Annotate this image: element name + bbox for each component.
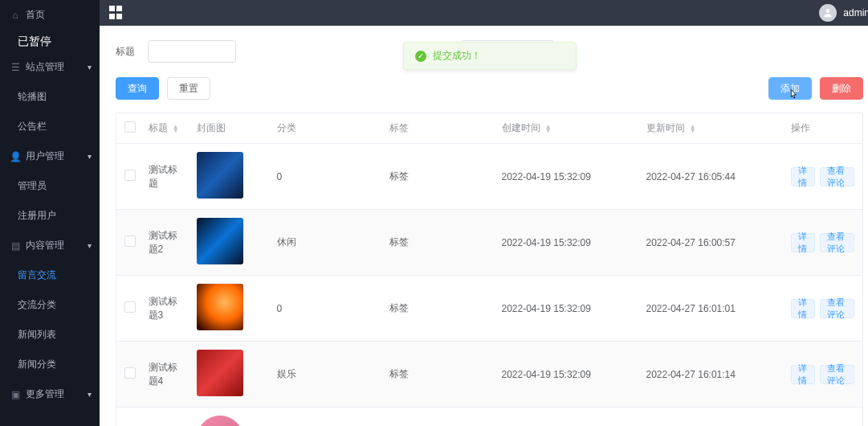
- chevron-down-icon: ▾: [88, 241, 92, 250]
- sidebar-item-exchange-category[interactable]: 交流分类: [0, 290, 100, 320]
- cell-category: 开心: [269, 408, 381, 427]
- th-cover: 封面图: [189, 113, 269, 144]
- more-icon: ▣: [10, 389, 21, 400]
- bulletin-label: 公告栏: [18, 120, 47, 133]
- news-list-label: 新闻列表: [18, 328, 56, 342]
- sidebar-item-bulletin[interactable]: 公告栏: [0, 112, 100, 141]
- check-icon: ✓: [415, 51, 426, 62]
- sidebar-item-admins[interactable]: 管理员: [0, 171, 100, 201]
- toast-text: 提交成功！: [433, 49, 481, 63]
- detail-button[interactable]: 详情: [791, 233, 816, 252]
- cell-tag: sd安抚十大: [381, 408, 494, 427]
- detail-button[interactable]: 详情: [791, 299, 816, 318]
- th-ops: 操作: [783, 113, 863, 144]
- sidebar-item-more-mgmt[interactable]: ▣ 更多管理 ▾: [0, 379, 100, 409]
- cell-category: 0: [269, 144, 381, 210]
- add-button[interactable]: 添加: [768, 77, 812, 100]
- row-checkbox[interactable]: [124, 367, 136, 379]
- cell-updated: 2022-04-27 16:05:44: [638, 144, 783, 210]
- sidebar: ⌂ 首页 已暂停 ☰ 站点管理 ▾ 轮播图 公告栏 👤 用户管理 ▾ 管理员 注…: [0, 0, 100, 426]
- comments-button[interactable]: 查看评论: [820, 233, 854, 252]
- row-checkbox[interactable]: [124, 301, 136, 313]
- avatar[interactable]: [819, 4, 837, 22]
- table-row: 测试标题2休闲标签2022-04-19 15:32:092022-04-27 1…: [116, 210, 863, 276]
- cell-title: 新闻交流: [141, 408, 189, 427]
- gear-icon: ☰: [10, 62, 21, 73]
- comments-button[interactable]: 查看评论: [820, 365, 854, 384]
- th-tag: 标签: [381, 113, 494, 144]
- sidebar-item-reg-users[interactable]: 注册用户: [0, 201, 100, 231]
- svg-point-0: [826, 9, 830, 13]
- cell-title: 测试标题: [141, 144, 189, 210]
- cell-tag: 标签: [381, 342, 494, 408]
- select-all-checkbox[interactable]: [124, 121, 136, 133]
- comments-button[interactable]: 查看评论: [820, 299, 854, 318]
- sidebar-item-carousel[interactable]: 轮播图: [0, 82, 100, 112]
- message-exchange-label: 留言交流: [18, 268, 56, 282]
- more-mgmt-label: 更多管理: [26, 387, 64, 401]
- sidebar-suspend-label: 已暂停: [0, 30, 100, 52]
- reset-button[interactable]: 重置: [167, 77, 210, 100]
- cover-thumbnail: [197, 284, 243, 330]
- cell-created: 2022-04-27 16:06:14: [494, 408, 638, 427]
- sidebar-item-user-mgmt[interactable]: 👤 用户管理 ▾: [0, 141, 100, 171]
- delete-button[interactable]: 删除: [820, 77, 863, 100]
- exchange-category-label: 交流分类: [18, 298, 56, 312]
- actions-row: 查询 重置 添加 删除: [116, 77, 863, 100]
- detail-button[interactable]: 详情: [791, 365, 816, 384]
- sort-caret-icon: ▲▼: [173, 125, 179, 133]
- sort-caret-icon: ▲▼: [545, 125, 552, 133]
- filter-title-label: 标题: [116, 45, 135, 59]
- filter-title-input[interactable]: [148, 40, 236, 63]
- row-checkbox[interactable]: [124, 170, 136, 181]
- cover-thumbnail: [197, 416, 243, 426]
- content: ✓ 提交成功！ 标题 分类 请选择 ▾ 查询 重置: [100, 26, 868, 426]
- th-updated[interactable]: 更新时间 ▲▼: [638, 113, 783, 144]
- user-mgmt-label: 用户管理: [26, 150, 64, 163]
- sidebar-item-message-exchange[interactable]: 留言交流: [0, 260, 100, 290]
- th-title[interactable]: 标题 ▲▼: [141, 113, 189, 144]
- th-created[interactable]: 创建时间 ▲▼: [494, 113, 638, 144]
- table-row: 新闻交流开心sd安抚十大2022-04-27 16:06:142022-04-2…: [116, 408, 863, 427]
- cell-updated: 2022-04-27 16:01:14: [638, 342, 783, 408]
- user-name: admin: [843, 7, 868, 18]
- menu-grid-icon[interactable]: [109, 6, 124, 20]
- sidebar-item-news-category[interactable]: 新闻分类: [0, 350, 100, 379]
- home-icon: ⌂: [10, 10, 21, 21]
- cover-thumbnail: [197, 218, 243, 264]
- cell-tag: 标签: [381, 144, 494, 210]
- search-button[interactable]: 查询: [116, 77, 159, 100]
- reg-users-label: 注册用户: [18, 209, 56, 223]
- table-row: 测试标题4娱乐标签2022-04-19 15:32:092022-04-27 1…: [116, 342, 863, 408]
- cell-created: 2022-04-19 15:32:09: [494, 144, 638, 210]
- th-category: 分类: [269, 113, 381, 144]
- cell-category: 娱乐: [269, 342, 381, 408]
- cell-updated: 2022-04-27 16:06:14: [638, 408, 783, 427]
- sidebar-item-content-mgmt[interactable]: ▤ 内容管理 ▾: [0, 231, 100, 260]
- cover-thumbnail: [197, 152, 243, 199]
- cell-created: 2022-04-19 15:32:09: [494, 276, 638, 342]
- cell-created: 2022-04-19 15:32:09: [494, 210, 638, 276]
- row-checkbox[interactable]: [124, 236, 136, 247]
- toast-success: ✓ 提交成功！: [403, 42, 577, 70]
- user-icon: 👤: [10, 151, 21, 162]
- chevron-down-icon: ▾: [88, 390, 92, 399]
- cell-category: 0: [269, 276, 381, 342]
- sort-caret-icon: ▲▼: [690, 125, 696, 133]
- comments-button[interactable]: 查看评论: [820, 167, 854, 186]
- sidebar-item-news-list[interactable]: 新闻列表: [0, 320, 100, 350]
- doc-icon: ▤: [10, 240, 21, 252]
- data-table: 标题 ▲▼ 封面图 分类 标签 创建时间 ▲▼ 更新时间 ▲▼: [116, 113, 863, 426]
- sidebar-item-site-mgmt[interactable]: ☰ 站点管理 ▾: [0, 52, 100, 82]
- news-category-label: 新闻分类: [18, 358, 56, 371]
- sidebar-item-home[interactable]: ⌂ 首页: [0, 0, 100, 30]
- detail-button[interactable]: 详情: [791, 167, 816, 186]
- cell-updated: 2022-04-27 16:00:57: [638, 210, 783, 276]
- content-mgmt-label: 内容管理: [26, 239, 64, 252]
- cell-tag: 标签: [381, 210, 494, 276]
- admins-label: 管理员: [18, 179, 47, 193]
- cell-title: 测试标题3: [141, 276, 189, 342]
- chevron-down-icon: ▾: [88, 63, 92, 72]
- table-row: 测试标题30标签2022-04-19 15:32:092022-04-27 16…: [116, 276, 863, 342]
- site-mgmt-label: 站点管理: [26, 60, 64, 74]
